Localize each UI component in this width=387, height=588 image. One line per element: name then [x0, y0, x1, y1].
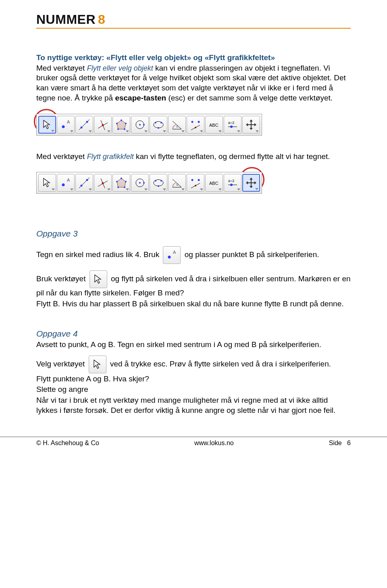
oppgave4-title: Oppgave 4: [36, 329, 351, 339]
toolbar-1: A α: [36, 114, 262, 136]
svg-line-55: [191, 183, 200, 188]
slider-tool-button[interactable]: a=2: [224, 174, 241, 192]
pointer-tool-icon: [89, 356, 106, 373]
svg-point-45: [139, 182, 141, 184]
svg-line-32: [79, 178, 89, 188]
svg-point-43: [116, 181, 118, 182]
svg-point-12: [121, 119, 122, 121]
svg-point-11: [125, 123, 127, 124]
svg-point-39: [117, 186, 119, 188]
svg-point-50: [158, 185, 159, 187]
svg-text:A: A: [67, 178, 70, 182]
svg-point-10: [124, 128, 125, 130]
svg-point-30: [62, 184, 65, 186]
svg-point-46: [143, 182, 145, 184]
text-tool-button[interactable]: ABC: [205, 116, 223, 134]
angle-tool-button[interactable]: α: [168, 174, 186, 192]
svg-point-29: [230, 126, 233, 128]
circle-tool-button[interactable]: [131, 174, 149, 192]
line-tool-button[interactable]: [75, 116, 93, 134]
oppgave3-p2: Bruk verktøyet og flytt på sirkelen ved …: [36, 270, 351, 298]
svg-point-18: [155, 122, 156, 123]
section2-body: Med verktøyet Flytt grafikkfelt kan vi f…: [36, 152, 351, 162]
polygon-tool-button[interactable]: [112, 174, 130, 192]
svg-text:ABC: ABC: [209, 181, 218, 186]
svg-point-3: [81, 126, 83, 128]
section1-title: To nyttige verktøy: «Flytt eller velg ob…: [36, 53, 351, 63]
svg-marker-8: [117, 120, 126, 129]
svg-point-19: [160, 122, 162, 123]
svg-point-15: [139, 124, 141, 126]
svg-point-22: [191, 121, 194, 123]
svg-point-0: [62, 125, 65, 128]
svg-text:A: A: [67, 119, 70, 124]
brand-digit: 8: [98, 12, 105, 27]
svg-point-7: [102, 124, 104, 126]
conic-tool-button[interactable]: [150, 116, 167, 134]
point-tool-button[interactable]: A: [57, 174, 75, 192]
footer-left: © H. Aschehoug & Co: [36, 439, 99, 447]
svg-point-60: [168, 256, 171, 259]
svg-point-49: [160, 180, 162, 182]
point-tool-button[interactable]: A: [57, 116, 75, 134]
svg-text:α: α: [176, 182, 178, 186]
svg-text:A: A: [173, 250, 176, 255]
svg-point-40: [124, 186, 125, 188]
svg-point-13: [116, 123, 118, 124]
svg-point-37: [102, 182, 104, 184]
svg-marker-38: [117, 178, 126, 187]
oppgave3-p3: Flytt B. Hvis du har plassert B på sirke…: [36, 299, 351, 309]
line-tool-button[interactable]: [75, 174, 93, 192]
move-graphics-tool-button[interactable]: [242, 174, 260, 192]
reflect-tool-button[interactable]: [187, 174, 204, 192]
toolbar-2: A α: [36, 172, 262, 194]
svg-point-53: [198, 179, 200, 181]
svg-point-42: [121, 178, 122, 179]
footer-center: www.lokus.no: [194, 439, 234, 447]
section1-body: Med verktøyet Flytt eller velg objekt ka…: [36, 63, 351, 103]
svg-point-48: [155, 180, 156, 182]
svg-point-16: [143, 124, 145, 126]
svg-point-33: [81, 185, 83, 187]
pointer-tool-icon: [89, 270, 107, 288]
svg-point-41: [125, 181, 127, 182]
oppgave3-title: Oppgave 3: [36, 228, 351, 239]
svg-point-9: [117, 128, 119, 130]
pointer-tool-button[interactable]: [38, 116, 56, 134]
oppgave4-p3: Flytt punktene A og B. Hva skjer?: [36, 374, 351, 384]
oppgave3-p1: Tegn en sirkel med radius lik 4. Bruk A …: [36, 246, 351, 264]
oppgave4-p2: Velg verktøyet ved å trykke esc. Prøv å …: [36, 356, 351, 373]
svg-line-2: [79, 119, 89, 130]
polygon-tool-button[interactable]: [112, 116, 130, 134]
text-tool-button[interactable]: ABC: [205, 174, 223, 192]
svg-point-20: [158, 127, 159, 129]
angle-tool-button[interactable]: α: [168, 116, 186, 134]
svg-point-59: [230, 184, 233, 186]
point-tool-icon: A: [163, 246, 181, 264]
conic-tool-button[interactable]: [150, 174, 167, 192]
svg-point-52: [191, 179, 194, 181]
pointer-tool-button[interactable]: [38, 174, 56, 192]
brand-header: NUMMER 8: [36, 12, 351, 29]
svg-text:a=2: a=2: [228, 121, 234, 125]
page-footer: © H. Aschehoug & Co www.lokus.no Side 6: [0, 437, 387, 448]
svg-text:α: α: [176, 124, 178, 128]
svg-text:ABC: ABC: [209, 123, 218, 128]
svg-point-34: [86, 179, 88, 181]
slider-tool-button[interactable]: a=2: [224, 116, 241, 134]
svg-point-23: [198, 121, 200, 123]
oppgave4-p4: Slette og angre: [36, 385, 351, 395]
reflect-tool-button[interactable]: [187, 116, 204, 134]
svg-line-25: [191, 125, 200, 130]
move-graphics-tool-button[interactable]: [242, 116, 260, 134]
brand-word: NUMMER: [36, 12, 96, 27]
perpendicular-tool-button[interactable]: [94, 174, 112, 192]
footer-right: Side 6: [329, 439, 351, 447]
oppgave4-p5: Når vi tar i bruk et nytt verktøy med ma…: [36, 395, 351, 415]
circle-tool-button[interactable]: [131, 116, 149, 134]
oppgave4-p1: Avsett to punkt, A og B. Tegn en sirkel …: [36, 340, 351, 350]
perpendicular-tool-button[interactable]: [94, 116, 112, 134]
svg-text:a=2: a=2: [228, 179, 234, 183]
svg-point-4: [86, 121, 88, 123]
